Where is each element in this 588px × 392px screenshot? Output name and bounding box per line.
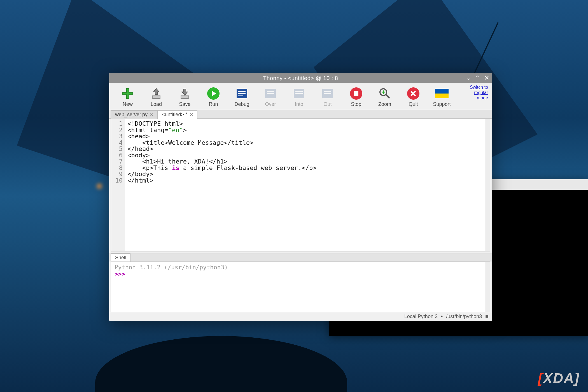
maximize-icon[interactable]: ⌃ bbox=[475, 74, 480, 82]
code-editor[interactable]: 12345678910 <!DOCTYPE html> <html lang="… bbox=[111, 119, 490, 251]
support-button[interactable]: Support bbox=[432, 87, 452, 107]
link-text: mode bbox=[477, 95, 488, 100]
stop-button[interactable]: Stop bbox=[346, 87, 366, 107]
new-button[interactable]: New bbox=[118, 87, 138, 107]
code-line: </body> bbox=[127, 171, 153, 178]
window-title: Thonny - <untitled> @ 10 : 8 bbox=[263, 75, 338, 81]
menu-icon[interactable]: ≡ bbox=[485, 313, 489, 320]
button-label: Run bbox=[209, 101, 218, 107]
svg-rect-1 bbox=[181, 96, 189, 99]
code-line: <p>This is a simple Flask-based web serv… bbox=[127, 164, 317, 171]
plus-icon bbox=[121, 87, 134, 100]
tab-label: <untitled> * bbox=[162, 112, 187, 118]
code-line: <html lang="en"> bbox=[127, 127, 187, 134]
scrollbar[interactable] bbox=[485, 119, 490, 251]
zoom-button[interactable]: Zoom bbox=[375, 87, 395, 107]
button-label: Quit bbox=[409, 101, 418, 107]
svg-rect-5 bbox=[238, 93, 246, 94]
zoom-icon bbox=[378, 87, 391, 100]
tab-label: web_server.py bbox=[115, 112, 148, 118]
button-label: Out bbox=[323, 101, 332, 107]
svg-rect-23 bbox=[435, 89, 449, 94]
step-into-icon bbox=[292, 87, 306, 100]
svg-rect-11 bbox=[295, 91, 303, 92]
quit-icon bbox=[407, 87, 420, 100]
toolbar: New Load Save Run Debug bbox=[109, 83, 492, 110]
button-label: Support bbox=[433, 101, 451, 107]
svg-rect-12 bbox=[295, 93, 303, 94]
xda-logo: [XDA] bbox=[538, 370, 580, 386]
button-label: New bbox=[123, 101, 133, 107]
minimize-icon[interactable]: ⌄ bbox=[466, 74, 471, 82]
shell-pane[interactable]: Python 3.11.2 (/usr/bin/python3) >>> bbox=[111, 262, 490, 312]
thonny-window: Thonny - <untitled> @ 10 : 8 ⌄ ⌃ ✕ New L… bbox=[109, 73, 492, 321]
code-line: <body> bbox=[127, 152, 150, 159]
switch-mode-link[interactable]: Switch to regular mode bbox=[470, 85, 488, 101]
svg-rect-14 bbox=[324, 91, 331, 92]
code-line: <h1>Hi there, XDA!</h1> bbox=[127, 158, 228, 165]
button-label: Stop bbox=[351, 101, 361, 107]
code-line: <title>Welcome Message</title> bbox=[127, 139, 253, 146]
svg-rect-4 bbox=[238, 91, 246, 92]
step-over-icon bbox=[264, 87, 277, 100]
debug-icon bbox=[235, 87, 249, 100]
close-tab-icon[interactable]: ✕ bbox=[150, 112, 153, 117]
code-line: </html> bbox=[127, 177, 153, 184]
svg-rect-24 bbox=[435, 94, 449, 98]
svg-rect-8 bbox=[267, 91, 274, 92]
save-icon bbox=[178, 87, 192, 100]
titlebar[interactable]: Thonny - <untitled> @ 10 : 8 ⌄ ⌃ ✕ bbox=[109, 73, 492, 83]
step-out-button: Out bbox=[318, 87, 338, 107]
scrollbar[interactable] bbox=[485, 262, 490, 312]
shell-tabs: Shell bbox=[109, 253, 492, 262]
save-button[interactable]: Save bbox=[175, 87, 195, 107]
svg-rect-6 bbox=[238, 95, 243, 96]
load-button[interactable]: Load bbox=[146, 87, 166, 107]
link-text: regular bbox=[474, 90, 488, 95]
svg-rect-0 bbox=[152, 96, 160, 99]
button-label: Load bbox=[151, 101, 162, 107]
step-out-icon bbox=[321, 87, 334, 100]
line-gutter: 12345678910 bbox=[111, 119, 125, 251]
debug-button[interactable]: Debug bbox=[232, 87, 252, 107]
code-line: <!DOCTYPE html> bbox=[127, 120, 183, 127]
button-label: Debug bbox=[234, 101, 249, 107]
quit-button[interactable]: Quit bbox=[403, 87, 423, 107]
code-line: </head> bbox=[127, 145, 153, 152]
step-over-button: Over bbox=[260, 87, 281, 107]
step-into-button: Into bbox=[289, 87, 309, 107]
separator: • bbox=[441, 314, 443, 319]
link-text: Switch to bbox=[470, 85, 488, 90]
load-icon bbox=[150, 87, 163, 100]
close-icon[interactable]: ✕ bbox=[484, 74, 489, 82]
tab-label: Shell bbox=[115, 255, 126, 261]
shell-prompt: >>> bbox=[115, 271, 125, 277]
code-line: <head> bbox=[127, 133, 150, 140]
svg-rect-17 bbox=[354, 91, 358, 96]
interpreter-path[interactable]: /usr/bin/python3 bbox=[446, 314, 482, 319]
stop-icon bbox=[349, 87, 363, 100]
svg-line-19 bbox=[386, 95, 389, 98]
flag-icon bbox=[435, 87, 449, 100]
code-area[interactable]: <!DOCTYPE html> <html lang="en"> <head> … bbox=[125, 119, 319, 251]
svg-rect-15 bbox=[324, 93, 331, 94]
statusbar: Local Python 3 • /usr/bin/python3 ≡ bbox=[109, 312, 492, 321]
close-tab-icon[interactable]: ✕ bbox=[190, 112, 193, 117]
button-label: Over bbox=[265, 101, 276, 107]
interpreter-label[interactable]: Local Python 3 bbox=[404, 314, 438, 319]
shell-info: Python 3.11.2 (/usr/bin/python3) bbox=[115, 264, 487, 271]
tab-web-server[interactable]: web_server.py ✕ bbox=[111, 110, 158, 119]
tab-untitled[interactable]: <untitled> * ✕ bbox=[158, 110, 197, 119]
svg-rect-9 bbox=[267, 93, 274, 94]
editor-tabs: web_server.py ✕ <untitled> * ✕ bbox=[109, 110, 492, 119]
tab-shell[interactable]: Shell bbox=[111, 253, 130, 262]
button-label: Into bbox=[295, 101, 303, 107]
button-label: Zoom bbox=[378, 101, 391, 107]
play-icon bbox=[207, 87, 220, 100]
button-label: Save bbox=[179, 101, 190, 107]
run-button[interactable]: Run bbox=[203, 87, 223, 107]
